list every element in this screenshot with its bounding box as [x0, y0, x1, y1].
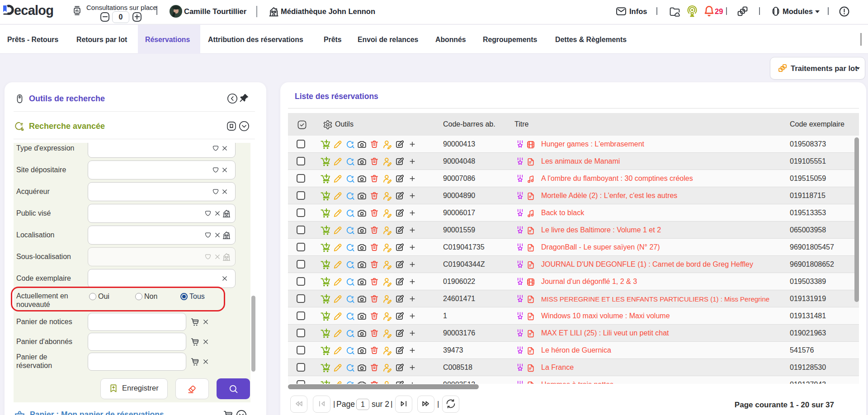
- svg-text:ecalog: ecalog: [14, 3, 53, 18]
